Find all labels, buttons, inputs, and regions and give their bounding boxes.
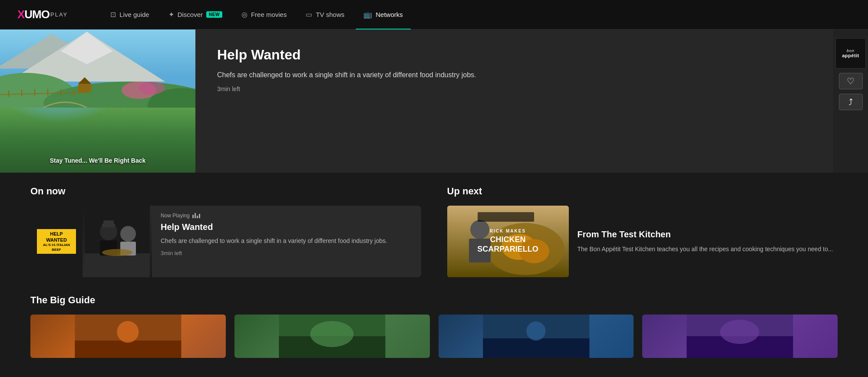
nav-item-live-guide[interactable]: ⊡ Live guide xyxy=(102,7,157,22)
up-next-title: Up next xyxy=(447,186,838,197)
guide-card-1[interactable] xyxy=(30,315,226,358)
rick-makes-bg: RICK MAKES CHICKEN SCARPARIELLO xyxy=(447,206,569,277)
logo-x: X xyxy=(17,8,24,21)
on-now-show-title: Help Wanted xyxy=(161,222,413,232)
up-next-section: Up next xyxy=(447,186,838,277)
big-guide-title: The Big Guide xyxy=(30,295,838,306)
svg-rect-41 xyxy=(483,338,589,358)
guide-card-2-img xyxy=(234,315,430,358)
thumbnail-badge: HELP WANTED AL'S #1 ITALIAN BEEF xyxy=(30,206,83,277)
svg-rect-25 xyxy=(103,220,114,225)
now-playing-label: Now Playing xyxy=(161,213,413,219)
wave-1 xyxy=(192,215,194,218)
help-wanted-badge: HELP WANTED AL'S #1 ITALIAN BEEF xyxy=(37,229,76,254)
nav-item-tv-shows[interactable]: ▭ TV shows xyxy=(298,7,352,22)
guide-card-3-img xyxy=(439,315,634,358)
channel-logo: bon appétit xyxy=(835,38,866,69)
badge-title2: WANTED xyxy=(40,237,73,243)
svg-rect-16 xyxy=(78,84,91,92)
svg-rect-33 xyxy=(478,212,534,222)
nav-label-live-guide: Live guide xyxy=(119,11,149,18)
svg-point-39 xyxy=(310,321,353,347)
rick-makes-label: RICK MAKES xyxy=(477,229,538,233)
hero-overlay-text: Stay Tuned... We'll Be Right Back xyxy=(50,157,146,164)
guide-card-4[interactable] xyxy=(642,315,838,358)
big-guide-row xyxy=(30,315,838,358)
content-sections: On now HELP WANTED AL'S #1 ITALIAN BEEF xyxy=(0,173,868,371)
rick-makes-overlay: RICK MAKES CHICKEN SCARPARIELLO xyxy=(477,229,538,254)
on-now-title: On now xyxy=(30,186,421,197)
svg-point-42 xyxy=(526,321,545,341)
hero-background xyxy=(0,30,195,173)
svg-point-36 xyxy=(117,321,139,343)
share-icon: ⤴ xyxy=(848,97,853,107)
two-col-layout: On now HELP WANTED AL'S #1 ITALIAN BEEF xyxy=(30,186,838,277)
hero-title: Help Wanted xyxy=(217,47,812,63)
navbar: XUMO PLAY ⊡ Live guide ✦ Discover NEW ◎ … xyxy=(0,0,868,30)
hero-description: Chefs are challenged to work a single sh… xyxy=(217,70,564,80)
channel-logo-line2: appétit xyxy=(842,53,859,58)
channel-logo-line1: bon xyxy=(847,49,855,53)
nav-label-discover: Discover xyxy=(178,11,203,18)
up-next-info: From The Test Kitchen The Bon Appétit Te… xyxy=(578,206,838,277)
up-next-card[interactable]: RICK MAKES CHICKEN SCARPARIELLO From The… xyxy=(447,206,838,277)
nav-item-free-movies[interactable]: ◎ Free movies xyxy=(234,7,295,22)
hero-info: Help Wanted Chefs are challenged to work… xyxy=(195,30,833,173)
svg-point-45 xyxy=(720,320,759,344)
big-guide-section: The Big Guide xyxy=(30,295,838,358)
on-now-time: 3min left xyxy=(161,250,413,256)
svg-point-26 xyxy=(102,249,132,256)
nav-label-free-movies: Free movies xyxy=(251,11,287,18)
cooking-svg xyxy=(85,206,150,277)
svg-point-8 xyxy=(139,82,165,95)
nav-item-discover[interactable]: ✦ Discover NEW xyxy=(161,7,230,22)
cooking-scene xyxy=(83,206,152,277)
up-next-thumbnail: RICK MAKES CHICKEN SCARPARIELLO xyxy=(447,206,569,277)
nav-items: ⊡ Live guide ✦ Discover NEW ◎ Free movie… xyxy=(102,7,851,22)
guide-card-4-img xyxy=(642,315,838,358)
on-now-thumbnail: HELP WANTED AL'S #1 ITALIAN BEEF xyxy=(30,206,152,277)
logo-umo: UMO xyxy=(24,8,50,21)
discover-icon: ✦ xyxy=(168,10,174,19)
hero-image: Stay Tuned... We'll Be Right Back xyxy=(0,30,195,173)
badge-sub: AL'S #1 ITALIAN BEEF xyxy=(40,243,73,252)
on-now-section: On now HELP WANTED AL'S #1 ITALIAN BEEF xyxy=(30,186,421,277)
rick-makes-title-line2: SCARPARIELLO xyxy=(477,245,538,254)
up-next-description: The Bon Appétit Test Kitchen teaches you… xyxy=(578,245,838,254)
wave-2 xyxy=(195,213,196,218)
on-now-info: Now Playing Help Wanted Chefs are challe… xyxy=(152,206,421,277)
guide-card-2[interactable] xyxy=(234,315,430,358)
live-guide-icon: ⊡ xyxy=(110,10,116,19)
guide-card-1-img xyxy=(30,315,226,358)
on-now-card[interactable]: HELP WANTED AL'S #1 ITALIAN BEEF xyxy=(30,206,421,277)
tv-shows-icon: ▭ xyxy=(306,10,312,19)
discover-badge: NEW xyxy=(206,11,222,18)
svg-point-22 xyxy=(120,226,136,242)
nav-label-networks: Networks xyxy=(376,11,403,18)
rick-makes-title-line1: CHICKEN xyxy=(477,235,538,245)
svg-rect-19 xyxy=(85,253,150,277)
logo-play: PLAY xyxy=(50,11,68,18)
nav-item-networks[interactable]: 📺 Networks xyxy=(356,7,411,22)
sound-waves-icon xyxy=(192,213,200,218)
hero-sidebar: bon appétit ♡ ⤴ xyxy=(833,30,868,173)
up-next-show-title: From The Test Kitchen xyxy=(578,229,838,239)
wave-3 xyxy=(197,216,198,218)
mountain-svg xyxy=(0,30,195,108)
badge-title: HELP xyxy=(40,231,73,237)
logo-xumo: XUMO xyxy=(17,8,50,21)
thumbnail-scene xyxy=(83,206,152,277)
svg-rect-35 xyxy=(75,341,181,358)
share-button[interactable]: ⤴ xyxy=(839,94,863,110)
hero-time-left: 3min left xyxy=(217,85,812,92)
networks-icon: 📺 xyxy=(363,10,372,19)
wave-4 xyxy=(199,214,200,218)
now-playing-text: Now Playing xyxy=(161,213,190,219)
like-button[interactable]: ♡ xyxy=(839,73,863,89)
free-movies-icon: ◎ xyxy=(241,10,248,19)
hero-section: Stay Tuned... We'll Be Right Back Help W… xyxy=(0,30,868,173)
guide-card-3[interactable] xyxy=(439,315,634,358)
heart-icon: ♡ xyxy=(847,76,855,86)
nav-label-tv-shows: TV shows xyxy=(316,11,344,18)
logo[interactable]: XUMO PLAY xyxy=(17,8,68,21)
